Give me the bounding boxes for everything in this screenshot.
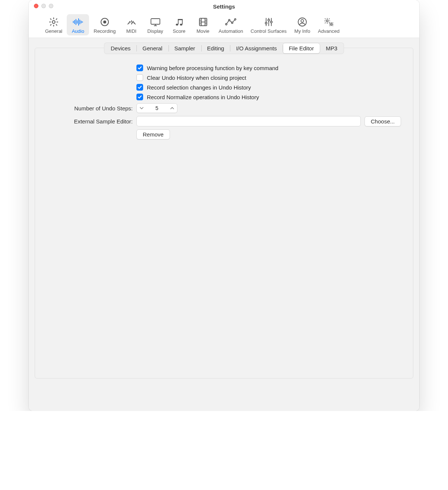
toolbar-item-score[interactable]: Score [168,14,190,35]
clear-undo-on-close-label: Clear Undo History when closing project [147,75,246,81]
undo-steps-value: 5 [146,105,167,111]
external-editor-label: External Sample Editor: [47,118,133,125]
toolbar-item-label: Control Surfaces [250,28,287,34]
svg-point-46 [331,23,332,25]
undo-steps-increment[interactable] [167,104,177,113]
svg-point-42 [270,21,272,23]
svg-rect-17 [151,19,160,24]
notes-icon [174,16,185,28]
clear-undo-on-close-row[interactable]: Clear Undo History when closing project [136,74,401,81]
zoom-window-button[interactable] [49,4,53,8]
toolbar-item-label: Movie [196,28,209,34]
warn-before-processing-row[interactable]: Warning before processing function by ke… [136,65,401,71]
chevron-down-icon [140,106,143,110]
record-icon [99,16,110,28]
svg-point-36 [234,19,236,20]
record-selection-undo-row[interactable]: Record selection changes in Undo History [136,84,401,91]
settings-window: Settings GeneralAudioRecordingMIDIDispla… [29,0,419,411]
svg-line-14 [129,22,130,22]
svg-line-13 [129,23,129,23]
undo-steps-label: Number of Undo Steps: [47,105,133,111]
record-selection-undo-label: Record selection changes in Undo History [147,84,251,91]
close-window-button[interactable] [34,4,38,8]
record-selection-undo-checkbox[interactable] [136,84,143,91]
warn-before-processing-label: Warning before processing function by ke… [147,65,278,71]
file-editor-form: Warning before processing function by ke… [47,65,401,139]
remove-external-editor-button[interactable]: Remove [136,129,170,139]
toolbar-item-advanced[interactable]: Advanced [315,14,343,35]
audio-subtabs: DevicesGeneralSamplerEditingI/O Assignme… [104,43,344,54]
film-icon [198,16,209,28]
toolbar-item-automation[interactable]: Automation [216,14,246,35]
svg-point-40 [265,22,267,24]
external-editor-field[interactable] [136,116,361,126]
toolbar-item-audio[interactable]: Audio [67,14,89,35]
tab-sampler[interactable]: Sampler [168,43,201,53]
automation-icon [225,16,236,28]
record-normalize-undo-label: Record Normalize operations in Undo Hist… [147,94,259,100]
toolbar-item-movie[interactable]: Movie [192,14,214,35]
toolbar-item-label: My Info [294,28,310,34]
record-normalize-undo-checkbox[interactable] [136,94,143,100]
chevron-up-icon [170,106,174,110]
tab-general[interactable]: General [136,43,168,53]
svg-point-35 [231,22,233,23]
person-icon [297,16,308,28]
toolbar-item-label: Automation [219,28,243,34]
toolbar-item-label: MIDI [126,28,136,34]
svg-point-10 [103,21,106,23]
gears-icon [323,16,334,28]
waveform-icon [72,16,83,28]
titlebar: Settings [29,0,419,13]
audio-subtabs-wrap: DevicesGeneralSamplerEditingI/O Assignme… [35,43,413,54]
toolbar-item-label: Recording [94,28,116,34]
clear-undo-on-close-checkbox[interactable] [136,74,143,81]
svg-point-33 [225,23,227,25]
tab-file-editor[interactable]: File Editor [283,43,320,53]
tab-devices[interactable]: Devices [105,43,136,53]
toolbar-item-control-surfaces[interactable]: Control Surfaces [247,14,290,35]
undo-steps-decrement[interactable] [137,104,146,113]
display-icon [150,16,161,28]
preferences-toolbar: GeneralAudioRecordingMIDIDisplayScoreMov… [29,13,419,38]
toolbar-item-label: Display [147,28,163,34]
toolbar-item-general[interactable]: General [42,14,65,35]
svg-point-45 [326,20,328,22]
gear-icon [48,16,59,28]
preferences-body: DevicesGeneralSamplerEditingI/O Assignme… [29,38,419,411]
svg-point-34 [228,19,230,21]
tab-mp3[interactable]: MP3 [320,43,343,53]
svg-point-41 [268,19,269,21]
warn-before-processing-checkbox[interactable] [136,65,143,71]
toolbar-item-display[interactable]: Display [144,14,167,35]
record-normalize-undo-row[interactable]: Record Normalize operations in Undo Hist… [136,94,401,100]
gauge-icon [126,16,137,28]
svg-point-0 [52,21,55,23]
toolbar-item-label: General [45,28,62,34]
file-editor-panel: DevicesGeneralSamplerEditingI/O Assignme… [35,48,413,379]
toolbar-item-label: Score [173,28,186,34]
toolbar-item-label: Audio [72,28,84,34]
minimize-window-button[interactable] [41,4,46,8]
toolbar-item-recording[interactable]: Recording [91,14,119,35]
tab-editing[interactable]: Editing [201,43,230,53]
toolbar-item-my-info[interactable]: My Info [291,14,313,35]
sliders-icon [263,16,274,28]
choose-external-editor-button[interactable]: Choose... [365,116,401,126]
toolbar-item-midi[interactable]: MIDI [120,14,143,35]
tab-io-assignments[interactable]: I/O Assignments [230,43,283,53]
window-title: Settings [213,3,235,10]
svg-point-44 [301,19,304,22]
toolbar-item-label: Advanced [318,28,340,34]
undo-steps-stepper[interactable]: 5 [136,103,177,113]
svg-rect-24 [178,19,183,20]
svg-line-16 [134,23,135,23]
window-controls [34,4,53,8]
